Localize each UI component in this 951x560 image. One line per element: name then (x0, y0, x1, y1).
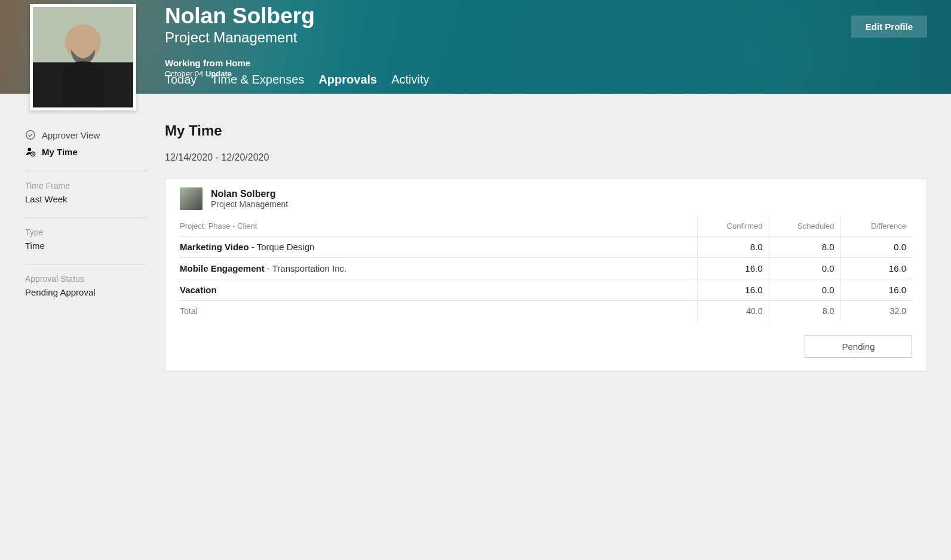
col-difference: Difference (840, 216, 912, 236)
filter-value: Pending Approval (25, 286, 147, 300)
user-name: Nolan Solberg (165, 5, 927, 28)
filter-value: Last Week (25, 193, 147, 207)
profile-tabs: Today Time & Expenses Approvals Activity (165, 73, 430, 91)
total-label: Total (180, 301, 697, 322)
tab-approvals[interactable]: Approvals (318, 73, 377, 91)
tab-time-expenses[interactable]: Time & Expenses (211, 73, 304, 91)
table-total-row: Total 40.0 8.0 32.0 (180, 301, 912, 322)
avatar-frame (30, 4, 136, 110)
cell-project: Vacation (180, 279, 697, 301)
filter-time-frame[interactable]: Time Frame Last Week (25, 171, 147, 217)
table-row[interactable]: Mobile Engagement - Transportation Inc.1… (180, 258, 912, 279)
cell-scheduled: 0.0 (769, 258, 840, 279)
cell-project: Marketing Video - Torque Design (180, 236, 697, 258)
table-header-row: Project: Phase - Client Confirmed Schedu… (180, 216, 912, 236)
card-user-role: Project Management (211, 199, 288, 209)
col-project: Project: Phase - Client (180, 216, 697, 236)
filter-value: Time (25, 239, 147, 253)
edit-profile-button[interactable]: Edit Profile (851, 16, 927, 38)
svg-point-4 (27, 148, 31, 152)
card-user-name: Nolan Solberg (211, 189, 288, 199)
filter-label: Time Frame (25, 179, 147, 193)
sidebar: Approver View My Time Time Frame Last We… (0, 94, 165, 395)
filter-type[interactable]: Type Time (25, 217, 147, 264)
page-title: My Time (165, 122, 927, 139)
tab-activity[interactable]: Activity (391, 73, 429, 91)
sidebar-view-my-time[interactable]: My Time (25, 143, 147, 160)
col-scheduled: Scheduled (769, 216, 840, 236)
profile-header: Nolan Solberg Project Management Working… (0, 0, 951, 94)
main-content: My Time 12/14/2020 - 12/20/2020 Nolan So… (165, 94, 951, 395)
user-role: Project Management (165, 29, 927, 46)
cell-difference: 16.0 (840, 279, 912, 301)
sidebar-view-label: Approver View (42, 130, 100, 140)
tab-today[interactable]: Today (165, 73, 197, 91)
filter-label: Approval Status (25, 272, 147, 286)
filter-label: Type (25, 225, 147, 239)
svg-point-3 (26, 131, 35, 139)
status-line: Working from Home (165, 58, 927, 68)
sidebar-view-approver[interactable]: Approver View (25, 127, 147, 143)
pending-row: Pending (180, 336, 912, 358)
filter-approval-status[interactable]: Approval Status Pending Approval (25, 264, 147, 310)
date-range: 12/14/2020 - 12/20/2020 (165, 152, 927, 163)
svg-point-2 (65, 24, 101, 60)
mini-avatar (180, 187, 203, 210)
cell-difference: 16.0 (840, 258, 912, 279)
cell-difference: 0.0 (840, 236, 912, 258)
person-clock-icon (25, 146, 36, 157)
table-row[interactable]: Vacation16.00.016.0 (180, 279, 912, 301)
avatar[interactable] (33, 7, 133, 107)
cell-confirmed: 16.0 (697, 279, 769, 301)
timesheet-card: Nolan Solberg Project Management Project… (165, 179, 927, 371)
table-row[interactable]: Marketing Video - Torque Design8.08.00.0 (180, 236, 912, 258)
header-content: Nolan Solberg Project Management Working… (165, 5, 927, 78)
total-difference: 32.0 (840, 301, 912, 322)
cell-confirmed: 16.0 (697, 258, 769, 279)
time-table: Project: Phase - Client Confirmed Schedu… (180, 216, 912, 321)
total-confirmed: 40.0 (697, 301, 769, 322)
cell-confirmed: 8.0 (697, 236, 769, 258)
total-scheduled: 8.0 (769, 301, 840, 322)
sidebar-view-label: My Time (42, 147, 78, 157)
check-circle-icon (25, 130, 36, 140)
card-header: Nolan Solberg Project Management (180, 187, 912, 210)
pending-status-button[interactable]: Pending (805, 336, 912, 358)
cell-scheduled: 0.0 (769, 279, 840, 301)
col-confirmed: Confirmed (697, 216, 769, 236)
cell-project: Mobile Engagement - Transportation Inc. (180, 258, 697, 279)
cell-scheduled: 8.0 (769, 236, 840, 258)
avatar-placeholder-icon (33, 7, 133, 107)
